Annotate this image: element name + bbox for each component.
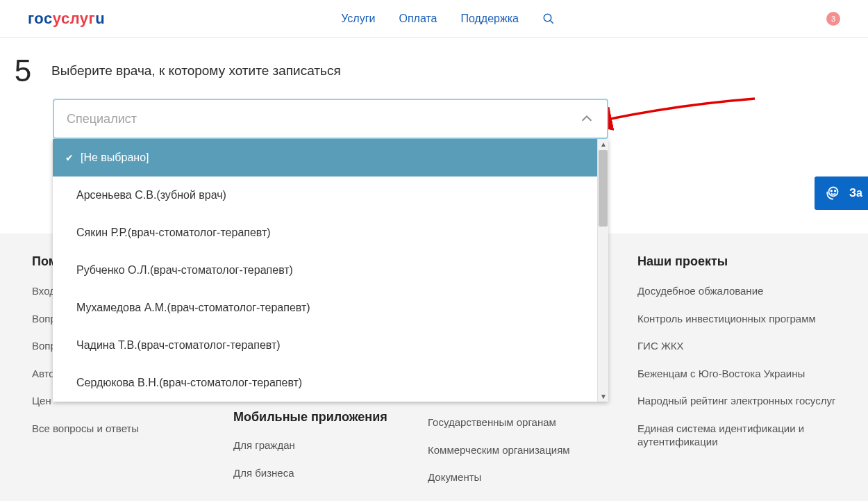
footer-link[interactable]: Досудебное обжалование [637,284,840,298]
footer-link[interactable]: Все вопросы и ответы [32,422,212,436]
option-label: Рубченко О.Л.(врач-стоматолог-терапевт) [76,264,293,277]
ask-question-button[interactable]: За [815,176,868,210]
specialist-dropdown: ✔ [Не выбрано] Арсеньева С.В.(зубной вра… [53,139,608,402]
option-label: Сердюкова В.Н.(врач-стоматолог-терапевт) [76,377,302,389]
annotation-arrow [599,90,758,132]
option-label: Сякин Р.Р.(врач-стоматолог-терапевт) [76,227,271,239]
specialist-option[interactable]: Чадина Т.В.(врач-стоматолог-терапевт) [53,327,597,364]
nav-payment[interactable]: Оплата [399,13,437,25]
footer-link[interactable]: Единая система идентификации и аутентифи… [637,422,840,449]
footer-heading-apps: Мобильные приложения [233,410,407,425]
footer-link[interactable]: Народный рейтинг электронных госуслуг [637,394,840,408]
footer-heading-projects: Наши проекты [637,254,840,269]
svg-point-3 [831,190,833,192]
nav-services[interactable]: Услуги [341,13,375,25]
option-label: [Не выбрано] [81,151,149,164]
footer-link[interactable]: Для граждан [233,438,407,452]
svg-point-4 [835,190,836,192]
specialist-option[interactable]: Мухамедова А.М.(врач-стоматолог-терапевт… [53,289,597,327]
specialist-option-none[interactable]: ✔ [Не выбрано] [53,139,597,176]
svg-line-1 [550,20,553,24]
notification-badge[interactable]: 3 [826,12,840,26]
chevron-up-icon [579,111,594,126]
option-label: Мухамедова А.М.(врач-стоматолог-терапевт… [76,302,310,314]
scrollbar-thumb[interactable] [599,150,608,227]
scroll-down-icon: ▼ [600,393,607,400]
footer-link[interactable]: Контроль инвестиционных программ [637,312,840,326]
specialist-option[interactable]: Сякин Р.Р.(врач-стоматолог-терапевт) [53,214,597,252]
specialist-option[interactable]: Арсеньева С.В.(зубной врач) [53,176,597,214]
footer-link[interactable]: Коммерческим организациям [428,443,608,457]
specialist-select-input[interactable]: Специалист [53,99,608,139]
footer-link[interactable]: ГИС ЖКХ [637,339,840,353]
headset-icon [824,184,842,202]
step-title: Выберите врача, к которому хотите записа… [51,63,341,79]
specialist-option[interactable]: Рубченко О.Л.(врач-стоматолог-терапевт) [53,252,597,289]
step-row: 5 Выберите врача, к которому хотите запи… [0,38,868,86]
option-label: Арсеньева С.В.(зубной врач) [76,189,226,202]
svg-point-0 [544,14,551,22]
footer-link[interactable]: Беженцам с Юго-Востока Украины [637,367,840,381]
footer-link[interactable]: Для бизнеса [233,466,407,480]
header: госуслугu Услуги Оплата Поддержка 3 [0,0,868,38]
specialist-placeholder: Специалист [67,112,137,126]
scroll-up-icon: ▲ [600,140,607,148]
footer-col-projects: Наши проекты Досудебное обжалование Конт… [629,254,840,498]
nav-support[interactable]: Поддержка [460,13,518,25]
main-nav: Услуги Оплата Поддержка [341,13,555,25]
footer-link[interactable]: Государственным органам [428,416,608,429]
option-label: Чадина Т.В.(врач-стоматолог-терапевт) [76,339,281,352]
check-icon: ✔ [65,152,74,163]
logo[interactable]: госуслугu [28,10,105,28]
specialist-select: Специалист ✔ [Не выбрано] Арсеньева С.В.… [53,99,608,139]
footer-link[interactable]: Документы [428,470,608,484]
ask-question-label: За [849,187,862,199]
search-icon[interactable] [542,13,555,25]
dropdown-scrollbar[interactable]: ▲ ▼ [597,139,608,402]
step-number: 5 [11,56,35,86]
specialist-option[interactable]: Сердюкова В.Н.(врач-стоматолог-терапевт) [53,364,597,402]
